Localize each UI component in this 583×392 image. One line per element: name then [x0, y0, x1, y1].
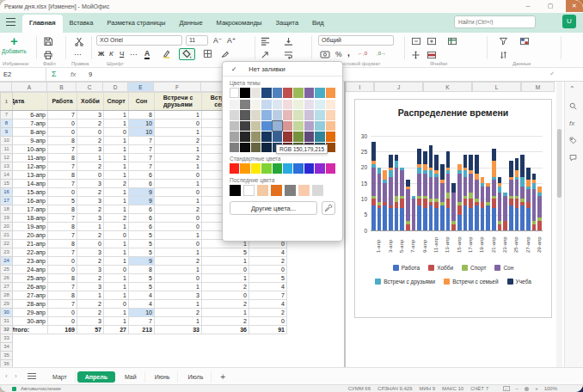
tint-swatch[interactable] [315, 110, 324, 120]
cell[interactable]: 0 [104, 128, 129, 137]
cell[interactable]: 0 [155, 214, 202, 223]
cell[interactable]: 0 [104, 231, 129, 240]
function-panel-icon[interactable]: fx [569, 119, 574, 127]
empty-cell[interactable] [48, 334, 77, 343]
row-header-10[interactable]: 10 [1, 137, 13, 145]
tint-swatch[interactable] [240, 121, 249, 132]
decrease-decimal-button[interactable]: ←,0 [358, 51, 367, 56]
totals-cell[interactable]: 57 [77, 326, 104, 334]
tint-swatch[interactable] [326, 100, 335, 110]
cell[interactable]: 7 [129, 162, 155, 171]
empty-cell[interactable] [249, 334, 287, 343]
cell[interactable]: 8 [48, 137, 77, 145]
cell[interactable]: 0 [202, 291, 249, 300]
cell[interactable]: 4 [129, 291, 155, 300]
cell[interactable]: 9 [129, 197, 155, 205]
header-cell[interactable]: Хобби [77, 93, 104, 111]
row-header-8[interactable]: 8 [1, 119, 13, 128]
cell[interactable]: 1 [155, 266, 202, 274]
cell[interactable]: 1 [104, 188, 129, 197]
tint-swatch[interactable] [240, 100, 249, 110]
tint-swatch[interactable] [304, 110, 314, 120]
cut-button[interactable] [74, 36, 84, 46]
cell[interactable]: 2 [202, 283, 249, 291]
tint-swatch[interactable] [283, 110, 292, 120]
add-sheet-button[interactable]: + [220, 372, 225, 382]
font-increase-button[interactable]: A⁺ [227, 36, 236, 45]
recent-color-swatch[interactable] [243, 185, 255, 196]
cell[interactable]: 8 [48, 223, 77, 231]
column-header-E[interactable]: E [128, 82, 154, 92]
empty-cell[interactable] [202, 352, 249, 360]
cell[interactable]: 1 [104, 197, 129, 205]
tint-swatch[interactable] [230, 110, 239, 120]
header-cell[interactable]: Спорт [104, 93, 129, 111]
cell[interactable]: 2 [155, 137, 202, 145]
cell[interactable]: 6 [129, 214, 155, 223]
cell[interactable]: 1 [104, 223, 129, 231]
cell-date[interactable]: 9-апр [13, 137, 48, 145]
cell[interactable]: 2 [202, 317, 249, 326]
cell[interactable]: 10 [129, 309, 155, 317]
bold-button[interactable]: Ж [98, 50, 104, 58]
cell-date[interactable]: 26-апр [13, 283, 48, 291]
theme-color-swatch[interactable] [273, 88, 282, 98]
cell-date[interactable]: 27-апр [13, 291, 48, 300]
cell[interactable]: 0 [48, 128, 77, 137]
tag-panel-icon[interactable] [569, 137, 577, 146]
cell[interactable]: 7 [129, 137, 155, 145]
cell[interactable]: 1 [104, 291, 129, 300]
edit-more-button[interactable]: ⋯ [74, 50, 82, 58]
cell[interactable]: 0 [104, 300, 129, 309]
minimize-button[interactable]: – [521, 1, 535, 11]
cell[interactable]: 1 [155, 162, 202, 171]
prev-sheet-icon[interactable]: ‹ [5, 372, 8, 380]
cell[interactable]: 2 [155, 257, 202, 266]
cell-date[interactable]: 25-апр [13, 274, 48, 283]
italic-button[interactable]: К [109, 50, 114, 58]
cell[interactable]: 3 [77, 111, 104, 119]
ribbon-tab-6[interactable]: Вид [305, 15, 331, 33]
maximize-button[interactable]: ▢ [543, 1, 557, 11]
row-header-34[interactable]: 34 [1, 343, 13, 352]
cell[interactable]: 2 [249, 257, 287, 266]
row-header-29[interactable]: 29 [1, 300, 13, 309]
cell[interactable]: 4 [129, 300, 155, 309]
cell[interactable]: 0 [249, 266, 287, 274]
empty-cell[interactable] [77, 360, 104, 368]
empty-cell[interactable] [202, 334, 249, 343]
cell[interactable]: 1 [155, 145, 202, 154]
cell[interactable]: 0 [249, 317, 287, 326]
column-header-D[interactable]: D [103, 82, 128, 92]
cell[interactable]: 7 [48, 162, 77, 171]
totals-cell[interactable]: 169 [48, 326, 77, 334]
cell[interactable]: 8 [48, 291, 77, 300]
cell[interactable]: 1 [202, 274, 249, 283]
cell-date[interactable]: 23-апр [13, 257, 48, 266]
cell[interactable]: 0 [77, 128, 104, 137]
theme-color-swatch[interactable] [304, 88, 314, 98]
cell[interactable]: 6 [129, 205, 155, 214]
cell[interactable]: 2 [249, 309, 287, 317]
cell[interactable]: 2 [77, 300, 104, 309]
tint-swatch[interactable] [326, 121, 335, 132]
row-header-20[interactable]: 20 [1, 223, 13, 231]
empty-cell[interactable] [77, 343, 104, 352]
empty-cell[interactable] [104, 334, 129, 343]
cell[interactable]: 5 [48, 197, 77, 205]
cell[interactable]: 1 [155, 248, 202, 257]
tint-swatch[interactable] [251, 121, 261, 132]
totals-cell[interactable]: 91 [249, 326, 287, 334]
zoom-out-button[interactable]: − [516, 386, 519, 391]
cell[interactable]: 1 [104, 154, 129, 162]
cell[interactable]: 1 [155, 197, 202, 205]
empty-cell[interactable] [155, 343, 202, 352]
tint-swatch[interactable] [326, 110, 335, 120]
standard-color-swatch[interactable] [315, 163, 324, 174]
tint-swatch[interactable] [261, 110, 271, 120]
cell[interactable]: 3 [155, 291, 202, 300]
ribbon-tab-1[interactable]: Вставка [63, 15, 101, 33]
tint-swatch[interactable] [273, 132, 282, 142]
cell[interactable]: 2 [77, 205, 104, 214]
cell[interactable]: 2 [155, 309, 202, 317]
